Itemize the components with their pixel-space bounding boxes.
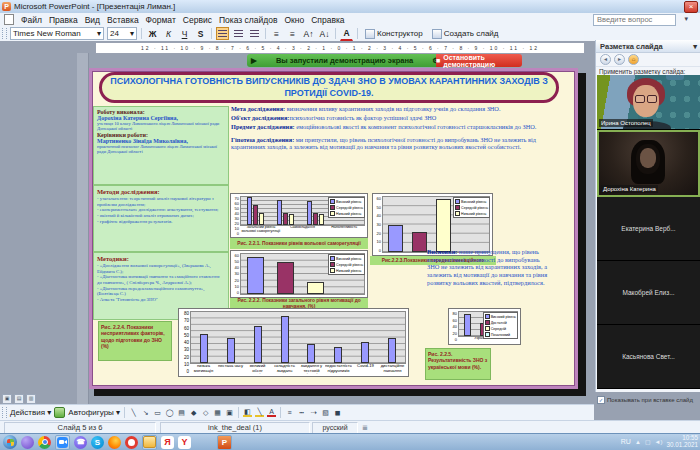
skype-icon[interactable]: S [91,436,104,449]
checkbox-show-on-insert[interactable]: ✓ [597,396,605,404]
video-tile-makobrey[interactable]: Макобрей Елиз... [597,261,700,325]
rectangle-tool-icon[interactable]: ▭ [153,409,162,417]
font-color-icon[interactable]: А [267,408,276,417]
menu-slideshow[interactable]: Показ слайдов [219,15,278,25]
yandex-icon[interactable]: Я [161,436,174,449]
clock[interactable]: 10:55 30.01.2021 [666,435,698,449]
home-button[interactable]: ⌂ [628,54,639,65]
textbox-tool-icon[interactable]: ▤ [177,409,186,417]
back-button[interactable]: ◂ [600,54,611,65]
menu-file[interactable]: Файл [21,15,42,25]
opera-icon[interactable] [125,436,138,449]
font-size-combo[interactable]: 24▾ [107,27,137,40]
decrease-font-button[interactable]: А↓ [318,27,331,40]
volume-icon[interactable]: ◄) [655,439,663,445]
draw-actions-button[interactable]: Действия ▾ [10,408,51,417]
chevron-down-icon[interactable]: ▾ [693,42,697,51]
menu-tools[interactable]: Сервис [183,15,212,25]
bar [281,316,289,363]
shadow-style-icon[interactable]: ▧ [321,409,330,417]
close-button[interactable]: × [684,1,698,13]
menu-view[interactable]: Вид [85,15,100,25]
menu-edit[interactable]: Правка [49,15,78,25]
arrow-style-icon[interactable]: ⇢ [309,409,318,417]
task-pane-nav: ◂ ▸ ⌂ [596,53,700,67]
windows-flag-icon [7,439,14,446]
slideshow-button[interactable]: ▥ [26,394,36,404]
line-color-icon[interactable]: ╲ [255,408,264,417]
menu-format[interactable]: Формат [146,15,176,25]
chevron-down-icon[interactable]: ▾ [684,15,688,23]
video-tile-dorokhina[interactable]: Дорохіна Катерина [597,130,700,197]
hidden-icons-icon[interactable]: ▲ [635,439,641,445]
outline-pane-strip[interactable] [77,53,89,405]
menu-window[interactable]: Окно [284,15,304,25]
diagram-icon[interactable]: ◇ [201,409,210,417]
bar [307,201,312,225]
slide-shadow [94,389,586,396]
bar [361,342,369,363]
bar [283,213,288,225]
video-tile-ekaterina[interactable]: Екатерина Верб... [597,197,700,261]
font-color-button[interactable]: А [340,27,353,41]
stop-share-button[interactable]: ■ Остановить демонстрацию [436,54,522,67]
align-center-button[interactable] [232,27,245,40]
bold-button[interactable]: Ж [146,27,159,40]
oval-tool-icon[interactable]: ◯ [165,409,174,417]
line-style-icon[interactable]: ≡ [285,409,294,416]
purple-app-icon[interactable] [21,436,34,449]
question-input[interactable]: Введите вопрос [593,14,676,26]
increase-font-button[interactable]: А↑ [302,27,315,40]
align-left-button[interactable] [216,27,229,40]
chart-legend: Високий рівеньДостатнійСереднійПочаткови… [483,312,518,339]
slide-sorter-button[interactable]: ▤ [14,394,24,404]
menu-insert[interactable]: Вставка [107,15,139,25]
system-tray: RU ▲ ▢ ◄) 10:55 30.01.2021 [621,433,698,450]
dash-style-icon[interactable]: ┅ [297,409,306,417]
powerpoint-app-icon: P [2,2,11,11]
firefox-icon[interactable] [108,436,121,449]
font-name-combo[interactable]: Times New Roman▾ [10,27,104,40]
underline-button[interactable]: Ч [178,27,191,40]
new-slide-button[interactable]: Создать слайд [429,28,502,40]
zoom-icon[interactable] [55,435,70,450]
menu-help[interactable]: Справка [311,15,344,25]
text-shadow-button[interactable]: S [194,27,207,40]
methodiki-item: - «Дослідження вольової саморегуляції», … [97,263,225,274]
task-pane-header[interactable]: Разметка слайда ▾ [596,40,700,53]
picture-icon[interactable]: ▣ [225,409,234,417]
powerpoint-taskbar-icon[interactable]: P [217,435,232,450]
arrow-tool-icon[interactable]: ↘ [141,409,150,417]
document-icon [4,14,14,25]
line-tool-icon[interactable]: ╲ [129,409,138,417]
toolbar-handle[interactable] [2,407,7,418]
checkbox-label: Показывать при вставке слайд [607,397,693,403]
align-right-button[interactable] [248,27,261,40]
chart-volitional-regulation: 706050403020100Загальний рівень вольової… [230,193,368,238]
language-indicator[interactable]: RU [621,438,631,445]
forward-button[interactable]: ▸ [614,54,625,65]
slide-design-button[interactable]: Конструктор [362,28,426,40]
normal-view-button[interactable]: ▣ [2,394,12,404]
file-explorer-icon[interactable] [142,435,157,450]
bullets-button[interactable]: ≡ [286,27,299,40]
autoshapes-button[interactable]: Автофигуры ▾ [68,408,120,417]
3d-style-icon[interactable]: ◼ [333,409,342,417]
italic-button[interactable]: К [162,27,175,40]
network-icon[interactable]: ▢ [645,438,651,445]
strip-collapse-handle[interactable] [666,75,684,80]
viber-icon[interactable]: ☎ [74,436,87,449]
start-button[interactable] [3,435,17,449]
video-tile-kasyanova[interactable]: Касьянова Свет... [597,325,700,389]
chrome-icon[interactable] [38,436,51,449]
wordart-icon[interactable]: ◆ [189,409,198,417]
slide-canvas[interactable]: ПСИХОЛОГІЧНА ГОТОВНІСТЬ ВИПУСКНИКІВ ДО З… [89,68,578,389]
fill-color-icon[interactable]: ◧ [243,408,252,417]
select-objects-icon[interactable] [54,407,65,418]
author-block: Роботу виконала: Дорохіна Катерина Сергі… [93,106,229,185]
video-tile-irina[interactable]: Ирина Остополец [597,75,700,130]
numbering-button[interactable]: ≡ [270,27,283,40]
yandex-browser-icon[interactable]: Y [178,436,191,449]
clipart-icon[interactable]: ▦ [213,409,222,417]
toolbar-handle[interactable] [2,28,7,39]
